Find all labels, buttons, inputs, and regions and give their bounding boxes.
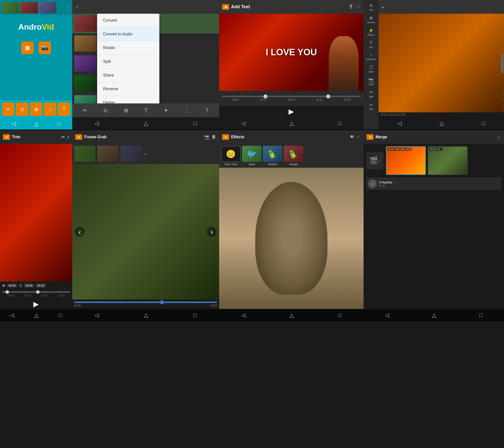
- back-button-bp3[interactable]: ◁: [241, 312, 246, 318]
- sidebar-add-music[interactable]: ♪ Add Music: [365, 51, 378, 63]
- thumbnail-3[interactable]: [39, 2, 56, 13]
- frame-more-icon[interactable]: ›: [145, 151, 146, 157]
- song-icon: ♪: [368, 179, 377, 188]
- ctx-convert-audio[interactable]: Convert to Audio: [97, 27, 159, 41]
- ctx-rename[interactable]: Rename: [97, 82, 159, 96]
- toolbar-merge[interactable]: ⊞: [124, 107, 128, 113]
- merge-video-1[interactable]: 00:05 | 852x480 | MP4: [386, 146, 426, 175]
- link-tool[interactable]: ⊕: [30, 102, 42, 116]
- panel3-actions: T ✓: [349, 4, 361, 10]
- toolbar-more[interactable]: ⋮: [185, 107, 189, 113]
- toolbar-camera[interactable]: ⊙: [103, 107, 108, 113]
- effect-vintage[interactable]: 🦜 Vintage: [284, 146, 303, 166]
- prev-frame[interactable]: ⟨⟩: [19, 283, 22, 288]
- camera-tool[interactable]: ⊙: [16, 102, 28, 116]
- back-button-p3[interactable]: ◁: [241, 120, 246, 127]
- ctx-rotate[interactable]: Rotate: [97, 41, 159, 55]
- frame-time-start: 00:00: [74, 304, 81, 307]
- recent-button-p2[interactable]: □: [193, 120, 196, 127]
- sidebar-rotate[interactable]: ↻ Rot: [365, 1, 378, 13]
- recent-button-bp3[interactable]: □: [338, 312, 341, 318]
- back-button-p4[interactable]: ◁: [397, 120, 402, 127]
- scissors-tool[interactable]: ✂: [2, 102, 14, 116]
- home-button-bp4[interactable]: △: [432, 312, 436, 318]
- ctx-share[interactable]: Share: [97, 69, 159, 82]
- timeline-handle-2[interactable]: [326, 94, 330, 98]
- home-button-bp2[interactable]: △: [144, 312, 148, 318]
- effect-swapuv[interactable]: 🦜 SwapUV: [263, 146, 282, 166]
- effect-sepia[interactable]: 🐦 Sepia: [242, 146, 261, 166]
- timeline-track[interactable]: [222, 96, 361, 97]
- vertical-scrollbar[interactable]: [501, 53, 504, 73]
- play-button[interactable]: ▶: [289, 107, 294, 116]
- timeline-handle-1[interactable]: [263, 94, 267, 98]
- home-button-bp3[interactable]: △: [290, 312, 294, 318]
- back-button-p2[interactable]: ◁: [95, 120, 99, 127]
- frame-progress-bar[interactable]: [74, 301, 217, 303]
- effects-preview[interactable]: 👁: [350, 134, 354, 140]
- trim-music[interactable]: ♪: [67, 134, 69, 140]
- home-button-p1[interactable]: △: [34, 121, 39, 127]
- back-button-p1[interactable]: ◁: [12, 121, 16, 127]
- frame-grab-camera[interactable]: 📷: [204, 134, 210, 140]
- p4-nav-up[interactable]: ▲: [381, 5, 384, 8]
- recent-button-p4[interactable]: □: [482, 120, 485, 127]
- home-button-p4[interactable]: △: [440, 120, 444, 127]
- trim-play-button[interactable]: ▶: [33, 300, 39, 308]
- thumbnail-1[interactable]: [2, 2, 19, 13]
- ctx-delete[interactable]: Delete: [97, 96, 159, 103]
- toolbar-scissors[interactable]: ✂: [83, 107, 87, 113]
- trim-handle-left[interactable]: [5, 290, 9, 294]
- frame-prev-arrow[interactable]: ‹: [75, 227, 85, 237]
- back-button-bp2[interactable]: ◁: [95, 312, 99, 318]
- home-button-bp1[interactable]: △: [34, 312, 39, 318]
- recent-button-p3[interactable]: □: [338, 120, 341, 127]
- frame-thumb-2[interactable]: [97, 146, 119, 162]
- frame-grab-panel: ▣ Frame Grab 📷 🗑 › ‹ › 00:00 00:03: [72, 130, 219, 321]
- merge-video-2[interactable]: 00:03 | 32...: [428, 146, 468, 175]
- toolbar-text[interactable]: T: [144, 107, 147, 113]
- frame-progress-handle[interactable]: [160, 300, 164, 304]
- sidebar-grab[interactable]: 📷 Grab: [365, 75, 378, 87]
- add-media-button[interactable]: 🎬 +: [366, 152, 383, 169]
- trim-track[interactable]: [2, 291, 70, 293]
- zoom-icon[interactable]: ⊕: [2, 283, 5, 288]
- toolbar-help[interactable]: ?: [206, 107, 208, 113]
- camera-icon-button[interactable]: 📷: [39, 42, 51, 54]
- sidebar-audio[interactable]: 🎵 Audio: [365, 63, 378, 75]
- sidebar-text[interactable]: T Text: [365, 39, 378, 50]
- sidebar-convert[interactable]: ⚙ Convert: [365, 14, 378, 26]
- frame-grab-delete[interactable]: 🗑: [212, 134, 216, 140]
- trim-scissors[interactable]: ✂: [61, 134, 65, 140]
- thumbnail-2[interactable]: [20, 2, 38, 13]
- more-menu-button[interactable]: ⋮: [65, 4, 70, 10]
- ctx-convert[interactable]: Convert: [97, 14, 159, 27]
- back-button-bp1[interactable]: ◁: [10, 312, 14, 318]
- time-15: 00:15: [42, 294, 48, 297]
- film-icon-button[interactable]: ▦: [21, 42, 34, 54]
- toolbar-sparkle[interactable]: ✦: [164, 107, 168, 113]
- recent-button-bp2[interactable]: □: [193, 312, 196, 318]
- sidebar-trim[interactable]: ✂ Trim: [365, 100, 378, 112]
- recent-button-bp1[interactable]: □: [59, 312, 62, 318]
- effects-confirm[interactable]: ✓: [356, 134, 361, 140]
- trim-handle-right[interactable]: [36, 290, 40, 294]
- recent-button-bp4[interactable]: □: [479, 312, 483, 318]
- frame-next-arrow[interactable]: ›: [207, 227, 217, 237]
- text-format-icon[interactable]: T: [349, 4, 353, 10]
- frame-thumb-1[interactable]: [74, 146, 95, 162]
- music-tool[interactable]: ♪: [44, 102, 56, 116]
- frame-thumb-3[interactable]: [121, 146, 142, 162]
- recent-button-p1[interactable]: □: [57, 121, 61, 127]
- effect-slow-fast[interactable]: 😑 Slow / Fast: [221, 146, 241, 166]
- home-button-p3[interactable]: △: [290, 120, 294, 127]
- sidebar-split[interactable]: ✂ Split: [365, 88, 378, 100]
- overlay-text: I LOVE YOU: [266, 47, 317, 58]
- back-button-bp4[interactable]: ◁: [385, 312, 389, 318]
- sidebar-effects[interactable]: ⚡ Effects: [365, 26, 378, 38]
- confirm-button[interactable]: ✓: [356, 4, 361, 10]
- home-button-p2[interactable]: △: [144, 120, 148, 127]
- ctx-split[interactable]: Split: [97, 55, 159, 69]
- merge-confirm[interactable]: ✓: [497, 134, 501, 140]
- text-tool[interactable]: T: [58, 102, 70, 116]
